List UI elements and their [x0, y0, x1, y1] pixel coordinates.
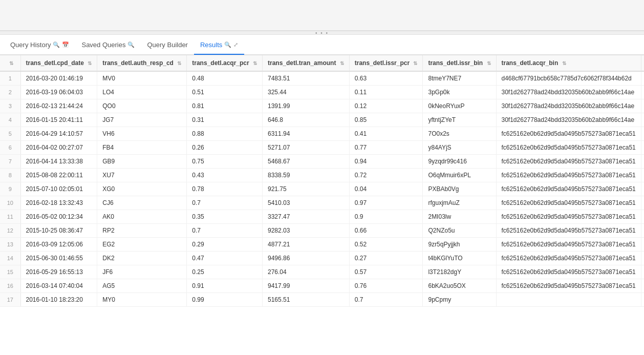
- cell-trans_extra: CU-2...: [641, 279, 644, 293]
- cell-acqr_bin: fc625162e0b62d9d5da0495b575273a0871eca51: [496, 279, 641, 293]
- cell-issr_bin: 9yzqdr99c416: [423, 155, 496, 169]
- cell-acqr_pcr: 0.35: [187, 210, 263, 224]
- tab-saved-queries[interactable]: Saved Queries 🔍: [75, 35, 141, 55]
- cell-acqr_pcr: 0.91: [187, 279, 263, 293]
- cell-trans_extra: BA-67...: [641, 196, 644, 210]
- cell-acqr_bin: fc625162e0b62d9d5da0495b575273a0871eca51: [496, 210, 641, 224]
- table-row: 92015-07-10 02:05:01XG00.78921.750.04PXB…: [0, 182, 644, 196]
- row-num-cell: 6: [0, 141, 20, 155]
- top-bar: [0, 0, 644, 31]
- table-header-row: ⇅ trans_detl.cpd_date ⇅ trans_detl.auth_…: [0, 55, 644, 71]
- cell-cpd_date: 2016-04-14 13:33:38: [20, 155, 97, 169]
- cell-auth_resp_cd: JG7: [97, 113, 187, 127]
- cell-trans_extra: YE-41...: [641, 265, 644, 279]
- cell-acqr_bin: fc625162e0b62d9d5da0495b575273a0871eca51: [496, 224, 641, 238]
- cell-cpd_date: 2016-02-13 21:44:24: [20, 99, 97, 113]
- cell-auth_resp_cd: JF6: [97, 265, 187, 279]
- row-num-cell: 11: [0, 210, 20, 224]
- cell-tran_amount: 325.44: [263, 86, 350, 99]
- cell-issr_pcr: 0.41: [349, 127, 423, 141]
- cell-acqr_pcr: 0.81: [187, 99, 263, 113]
- table-row: 152016-05-29 16:55:13JF60.25276.040.57l3…: [0, 265, 644, 279]
- cell-trans_extra: YN-0...: [641, 293, 644, 307]
- resize-handle[interactable]: • • •: [0, 31, 644, 35]
- row-num-cell: 13: [0, 238, 20, 252]
- cell-acqr_bin: d468cf67791bcb658c7785d7c6062f78f344b62d: [496, 71, 641, 86]
- expand-icon: ⤢: [233, 41, 238, 48]
- sort-icon-rownum: ⇅: [9, 60, 13, 66]
- cell-acqr_bin: fc625162e0b62d9d5da0495b575273a0871eca51: [496, 252, 641, 265]
- col-header-rownum[interactable]: ⇅: [0, 55, 20, 71]
- tab-query-builder[interactable]: Query Builder: [141, 35, 194, 55]
- tab-bar: Query History 🔍 📅 Saved Queries 🔍 Query …: [0, 35, 644, 55]
- cell-acqr_pcr: 0.75: [187, 155, 263, 169]
- cell-cpd_date: 2015-10-25 08:36:47: [20, 224, 97, 238]
- cell-trans_extra: EY-50...: [641, 182, 644, 196]
- cell-issr_bin: 8tmeY7NE7: [423, 71, 496, 86]
- table-row: 72016-04-14 13:33:38GB90.755468.670.949y…: [0, 155, 644, 169]
- col-header-issr-pcr[interactable]: trans_detl.issr_pcr ⇅: [349, 55, 423, 71]
- col-header-issr-bin[interactable]: trans_detl.issr_bin ⇅: [423, 55, 496, 71]
- cell-issr_bin: O6qMmuir6xPL: [423, 169, 496, 182]
- row-num-cell: 7: [0, 155, 20, 169]
- cell-acqr_bin: [496, 293, 641, 307]
- sort-icon-acqr-bin: ⇅: [562, 60, 566, 66]
- row-num-cell: 15: [0, 265, 20, 279]
- cell-cpd_date: 2015-06-30 01:46:55: [20, 252, 97, 265]
- search-icon-results: 🔍: [224, 41, 231, 48]
- cell-auth_resp_cd: XG0: [97, 182, 187, 196]
- row-num-cell: 14: [0, 252, 20, 265]
- cell-issr_bin: PXBAb0Vg: [423, 182, 496, 196]
- sort-icon-auth-resp-cd: ⇅: [177, 60, 181, 66]
- cell-cpd_date: 2016-04-29 14:10:57: [20, 127, 97, 141]
- cell-cpd_date: 2016-05-29 16:55:13: [20, 265, 97, 279]
- cell-acqr_bin: fc625162e0b62d9d5da0495b575273a0871eca51: [496, 141, 641, 155]
- sort-icon-tran-amount: ⇅: [340, 60, 344, 66]
- cell-tran_amount: 7483.51: [263, 71, 350, 86]
- tab-results[interactable]: Results 🔍 ⤢: [194, 35, 244, 55]
- cell-issr_pcr: 0.76: [349, 279, 423, 293]
- row-num-cell: 5: [0, 127, 20, 141]
- cell-tran_amount: 646.8: [263, 113, 350, 127]
- cell-issr_pcr: 0.9: [349, 210, 423, 224]
- table-row: 52016-04-29 14:10:57VH60.886311.940.417O…: [0, 127, 644, 141]
- cell-auth_resp_cd: FB4: [97, 141, 187, 155]
- table-row: 122015-10-25 08:36:47RP20.79282.030.66Q2…: [0, 224, 644, 238]
- cell-trans_extra: YW-2...: [641, 238, 644, 252]
- col-header-acqr-pcr[interactable]: trans_detl.acqr_pcr ⇅: [187, 55, 263, 71]
- col-header-trans-extra[interactable]: trans... ⇅: [641, 55, 644, 71]
- cell-issr_bin: rfguxjmAuZ: [423, 196, 496, 210]
- cell-issr_bin: t4bKGlYuTO: [423, 252, 496, 265]
- cell-acqr_pcr: 0.7: [187, 224, 263, 238]
- table-body: 12016-03-20 01:46:19MV00.487483.510.638t…: [0, 71, 644, 307]
- cell-issr_pcr: 0.57: [349, 265, 423, 279]
- cell-issr_bin: 9zr5qPyjjkh: [423, 238, 496, 252]
- cell-trans_extra: BF-82...: [641, 210, 644, 224]
- cell-auth_resp_cd: XU7: [97, 169, 187, 182]
- cell-auth_resp_cd: AG5: [97, 279, 187, 293]
- tab-query-history-label: Query History: [10, 41, 51, 49]
- cell-issr_bin: Q2NZo5u: [423, 224, 496, 238]
- cell-acqr_pcr: 0.26: [187, 141, 263, 155]
- cell-issr_pcr: 0.63: [349, 71, 423, 86]
- cell-acqr_bin: 30f1d262778ad24bdd32035b60b2abb9f66c14ae: [496, 113, 641, 127]
- cell-cpd_date: 2016-01-10 18:23:20: [20, 293, 97, 307]
- row-num-cell: 17: [0, 293, 20, 307]
- cell-tran_amount: 276.04: [263, 265, 350, 279]
- cell-acqr_bin: fc625162e0b62d9d5da0495b575273a0871eca51: [496, 196, 641, 210]
- table-row: 32016-02-13 21:44:24QO00.811391.990.120k…: [0, 99, 644, 113]
- row-num-cell: 3: [0, 99, 20, 113]
- col-header-auth-resp-cd[interactable]: trans_detl.auth_resp_cd ⇅: [97, 55, 187, 71]
- cell-acqr_pcr: 0.78: [187, 182, 263, 196]
- cell-trans_extra: QS-21...: [641, 252, 644, 265]
- table-row: 172016-01-10 18:23:20MY00.995165.510.79p…: [0, 293, 644, 307]
- cell-issr_pcr: 0.94: [349, 155, 423, 169]
- cell-issr_bin: 3pGp0k: [423, 86, 496, 99]
- col-header-acqr-bin[interactable]: trans_detl.acqr_bin ⇅: [496, 55, 641, 71]
- cell-trans_extra: CP-04...: [641, 127, 644, 141]
- col-header-tran-amount[interactable]: trans_detl.tran_amount ⇅: [263, 55, 350, 71]
- table-row: 12016-03-20 01:46:19MV00.487483.510.638t…: [0, 71, 644, 86]
- col-header-cpd-date[interactable]: trans_detl.cpd_date ⇅: [20, 55, 97, 71]
- tab-query-history[interactable]: Query History 🔍 📅: [4, 35, 75, 55]
- tab-saved-queries-label: Saved Queries: [81, 41, 125, 49]
